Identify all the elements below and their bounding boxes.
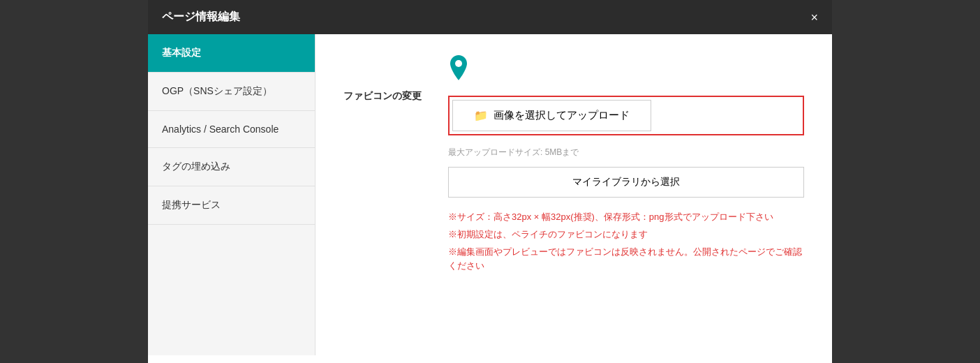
upload-button-wrapper: 📁 画像を選択してアップロード: [448, 96, 804, 135]
sidebar: 基本設定 OGP（SNSシェア設定） Analytics / Search Co…: [148, 34, 315, 355]
modal-overlay: ページ情報編集 × 基本設定 OGP（SNSシェア設定） Analytics /…: [0, 0, 980, 363]
sidebar-item-basic[interactable]: 基本設定: [148, 34, 315, 73]
favicon-area: ファビコンの変更 📁 画像を選択してアップロード: [343, 55, 804, 274]
upload-image-button[interactable]: 📁 画像を選択してアップロード: [452, 100, 651, 131]
sidebar-item-label: Analytics / Search Console: [162, 124, 279, 135]
sidebar-item-tags[interactable]: タグの埋め込み: [148, 148, 315, 186]
sidebar-item-label: 基本設定: [162, 47, 201, 58]
modal-title: ページ情報編集: [162, 10, 240, 24]
modal-close-button[interactable]: ×: [810, 11, 818, 24]
max-size-text: 最大アップロードサイズ: 5MBまで: [448, 147, 804, 158]
notes-area: ※サイズ：高さ32px × 幅32px(推奨)、保存形式：png形式でアップロー…: [448, 210, 804, 274]
modal-body: 基本設定 OGP（SNSシェア設定） Analytics / Search Co…: [148, 34, 832, 355]
sidebar-item-services[interactable]: 提携サービス: [148, 186, 315, 225]
upload-icon: 📁: [474, 109, 488, 122]
favicon-controls: 📁 画像を選択してアップロード 最大アップロードサイズ: 5MBまで マイライブ…: [448, 55, 804, 274]
note-3: ※編集画面やプレビューではファビコンは反映されません。公開されたページでご確認く…: [448, 245, 804, 274]
library-button-label: マイライブラリから選択: [572, 176, 680, 187]
favicon-section-label: ファビコンの変更: [343, 55, 427, 103]
sidebar-item-label: 提携サービス: [162, 199, 221, 210]
upload-button-label: 画像を選択してアップロード: [493, 109, 630, 122]
content-area: ファビコンの変更 📁 画像を選択してアップロード: [315, 34, 832, 355]
library-select-button[interactable]: マイライブラリから選択: [448, 167, 804, 198]
note-2: ※初期設定は、ペライチのファビコンになります: [448, 228, 804, 242]
modal-header: ページ情報編集 ×: [148, 0, 832, 34]
svg-point-0: [455, 60, 462, 67]
favicon-preview-icon: [448, 55, 469, 80]
note-1: ※サイズ：高さ32px × 幅32px(推奨)、保存形式：png形式でアップロー…: [448, 210, 804, 225]
sidebar-item-label: OGP（SNSシェア設定）: [162, 85, 272, 96]
modal: ページ情報編集 × 基本設定 OGP（SNSシェア設定） Analytics /…: [148, 0, 832, 363]
sidebar-item-ogp[interactable]: OGP（SNSシェア設定）: [148, 73, 315, 111]
sidebar-item-label: タグの埋め込み: [162, 161, 230, 172]
sidebar-item-analytics[interactable]: Analytics / Search Console: [148, 111, 315, 148]
